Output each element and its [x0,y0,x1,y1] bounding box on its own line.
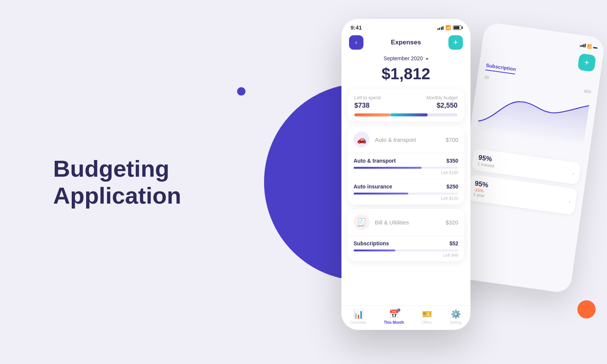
battery-fill [454,26,459,29]
monthly-budget-value: $2,550 [437,102,458,109]
subscription-tab[interactable]: Subscription [485,62,516,74]
signal-bars-icon [437,25,444,30]
sub-item-insurance-left: Left $120 [354,196,458,201]
nav-overview[interactable]: 📊 Overview [350,309,366,325]
sub-item-auto-amount: $350 [447,158,458,164]
back-signal [580,43,586,47]
bills-category-total: $320 [446,219,458,226]
phone-back: 📶 ▬ + Subscription 20 850 [450,22,606,294]
back-battery-icon: ▬ [593,44,598,49]
phones-wrapper: 📶 ▬ + Subscription 20 850 [311,0,607,364]
sub-item-subs-left: Left $48 [354,253,458,257]
add-button[interactable]: + [448,35,463,50]
back-stats: 95% 1 missed › 95% -15% 1 year › [467,148,581,215]
wifi-icon: 📶 [445,25,451,30]
phone-screen: 9:41 📶 ‹ [341,19,470,330]
sub-item-subs-amount: $52 [450,240,458,246]
app-title-line2: Application [53,182,181,209]
status-icons: 📶 [437,25,462,30]
this-month-badge: 8 [397,309,400,312]
back-status-bar: 📶 ▬ [491,30,598,49]
chevron-right-icon-2[interactable]: › [568,198,571,204]
sub-item-auto-top: Auto & transport $350 [354,158,458,164]
sub-item-subs-name: Subscriptions [354,240,389,246]
orange-dot-decoration [577,300,596,318]
sub-item-auto-name: Auto & transport [354,158,396,164]
left-to-spend-value: $738 [354,102,370,109]
category-bills: 🧾 Bill & Ultilities $320 Subscriptions $… [348,209,464,261]
bills-category-title: Bill & Ultilities [375,219,446,226]
chevron-right-icon-1[interactable]: › [572,170,575,176]
nav-offers[interactable]: 🎫 Offers [422,309,432,325]
sub-item-auto-bar [354,167,458,169]
sub-item-subscriptions: Subscriptions $52 Left $48 [348,236,464,261]
sub-item-insurance-amount: $250 [447,184,458,190]
sub-item-subs-bar-fill [354,249,395,251]
sub-item-auto-transport: Auto & transport $350 Left $186 [348,153,464,179]
monthly-budget-label: Monthly budget [426,95,458,100]
category-bills-header: 🧾 Bill & Ultilities $320 [348,209,464,236]
sub-item-insurance-name: Auto insurance [354,184,392,190]
auto-icon: 🚗 [354,132,370,147]
month-dropdown-icon: ▾ [426,56,428,61]
purple-dot-small [237,87,245,96]
nav-this-month[interactable]: 📅 8 This Month [384,309,404,325]
overview-icon: 📊 [353,309,363,319]
phone-main: 9:41 📶 ‹ [341,19,470,330]
auto-category-title: Auto & transport [375,136,446,143]
back-chart-area: 20 850 [475,75,591,157]
this-month-label: This Month [384,320,404,325]
back-status-icons: 📶 ▬ [580,42,598,49]
left-to-spend-col: Left to spend $738 [354,95,381,110]
left-section: Budgeting Application [53,155,181,209]
auto-category-total: $700 [446,136,458,143]
budget-bar-remaining [390,113,428,116]
nav-setting[interactable]: ⚙️ Setting [450,309,461,325]
app-title-line1: Budgeting [53,155,170,182]
budget-row: Left to spend $738 Monthly budget $2,550 [354,95,458,110]
back-wifi-icon: 📶 [587,44,592,49]
budget-bar-spent [354,113,390,116]
bills-icon: 🧾 [354,214,370,230]
sub-item-auto-bar-fill [354,167,421,169]
offers-icon: 🎫 [422,309,432,319]
status-time: 9:41 [351,24,362,31]
sub-item-insurance-bar-fill [354,193,408,195]
scroll-content: 🚗 Auto & transport $700 Auto & transport… [341,126,470,305]
status-bar: 9:41 📶 [341,19,470,31]
back-button[interactable]: ‹ [349,35,363,50]
sub-item-subs-bar [354,249,458,251]
phone-header: ‹ Expenses + [341,31,470,50]
month-selector[interactable]: September 2020 ▾ [341,50,470,63]
sub-item-insurance-bar [354,193,458,195]
budget-card: Left to spend $738 Monthly budget $2,550 [348,89,464,122]
category-auto-transport: 🚗 Auto & transport $700 Auto & transport… [348,126,464,204]
this-month-icon-badge: 📅 8 [389,309,399,319]
sub-item-auto-left: Left $186 [354,170,458,175]
sub-item-subs-top: Subscriptions $52 [354,240,458,246]
bottom-nav: 📊 Overview 📅 8 This Month 🎫 Offers ⚙️ [341,305,470,330]
monthly-budget-col: Monthly budget $2,550 [426,95,458,110]
sub-item-insurance-top: Auto insurance $250 [354,184,458,190]
month-text: September 2020 [384,55,423,61]
offers-label: Offers [422,320,432,325]
setting-label: Setting [450,320,461,325]
battery-icon [453,25,461,30]
app-title: Budgeting Application [53,155,181,209]
sub-item-auto-insurance: Auto insurance $250 Left $120 [348,179,464,204]
budget-progress-bar [354,113,458,116]
setting-icon: ⚙️ [451,309,461,319]
overview-label: Overview [350,320,366,325]
total-amount: $1,812 [341,63,470,89]
left-to-spend-label: Left to spend [354,95,381,100]
header-title: Expenses [391,39,421,46]
back-add-button[interactable]: + [577,53,596,72]
category-auto-header: 🚗 Auto & transport $700 [348,126,464,153]
